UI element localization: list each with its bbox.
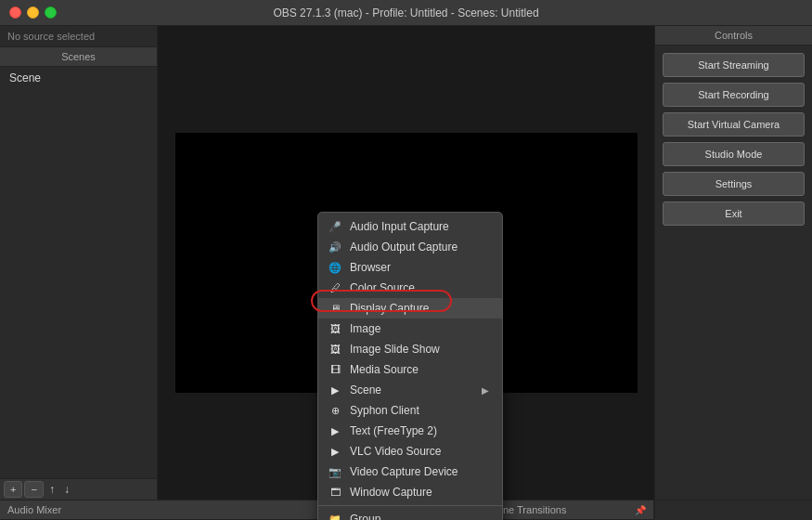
- ctx-text-freetype[interactable]: ▶ Text (FreeType 2): [318, 421, 502, 441]
- scene-item-label: Scene: [9, 72, 41, 84]
- move-scene-down-button[interactable]: ↓: [60, 481, 73, 498]
- scenes-header: Scenes: [0, 47, 157, 67]
- vlc-icon: ▶: [328, 446, 342, 458]
- traffic-lights: [9, 6, 57, 19]
- context-menu: 🎤 Audio Input Capture 🔊 Audio Output Cap…: [317, 212, 503, 520]
- image-icon: 🖼: [328, 323, 342, 334]
- studio-mode-button[interactable]: Studio Mode: [663, 142, 805, 166]
- ctx-media-source[interactable]: 🎞 Media Source: [318, 359, 502, 380]
- main-layout: No source selected Scenes Scene + − ↑ ↓ …: [0, 26, 812, 500]
- ctx-scene[interactable]: ▶ Scene ▶: [318, 380, 502, 400]
- ctx-image[interactable]: 🖼 Image: [318, 318, 502, 339]
- ctx-group-label: Group: [350, 513, 489, 520]
- ctx-audio-output-label: Audio Output Capture: [350, 240, 489, 254]
- ctx-media-source-label: Media Source: [350, 363, 489, 376]
- ctx-browser-label: Browser: [350, 261, 489, 274]
- folder-icon: 📁: [328, 514, 342, 521]
- start-virtual-camera-button[interactable]: Start Virtual Camera: [663, 112, 805, 136]
- title-bar: OBS 27.1.3 (mac) - Profile: Untitled - S…: [0, 0, 812, 26]
- ctx-image-slideshow-label: Image Slide Show: [350, 343, 489, 356]
- controls-spacer: [654, 500, 812, 520]
- move-scene-up-button[interactable]: ↑: [45, 481, 58, 498]
- ctx-syphon[interactable]: ⊕ Syphon Client: [318, 400, 502, 421]
- microphone-icon: 🎤: [328, 221, 342, 233]
- scene-icon: ▶: [328, 384, 342, 396]
- minimize-button[interactable]: [27, 6, 39, 19]
- ctx-audio-input-label: Audio Input Capture: [350, 220, 489, 233]
- ctx-syphon-label: Syphon Client: [350, 404, 489, 417]
- media-icon: 🎞: [328, 364, 342, 375]
- remove-scene-button[interactable]: −: [24, 481, 43, 498]
- scenes-toolbar: + − ↑ ↓: [0, 478, 157, 500]
- ctx-vlc-label: VLC Video Source: [350, 445, 489, 458]
- ctx-group[interactable]: 📁 Group: [318, 509, 502, 520]
- window-icon: 🗔: [328, 487, 342, 498]
- no-source-label: No source selected: [0, 26, 157, 47]
- list-item[interactable]: Scene: [0, 67, 157, 89]
- scene-transitions-header: Scene Transitions 📌: [478, 500, 653, 520]
- left-panel: No source selected Scenes Scene + − ↑ ↓: [0, 26, 158, 500]
- monitor-icon: 🖥: [328, 303, 342, 314]
- ctx-color-source[interactable]: 🖊 Color Source: [318, 278, 502, 298]
- start-recording-button[interactable]: Start Recording: [663, 83, 805, 107]
- add-scene-button[interactable]: +: [4, 481, 22, 498]
- ctx-audio-output[interactable]: 🔊 Audio Output Capture: [318, 237, 502, 257]
- close-button[interactable]: [9, 6, 21, 19]
- preview-area: 🎤 Audio Input Capture 🔊 Audio Output Cap…: [158, 26, 654, 500]
- exit-button[interactable]: Exit: [663, 202, 805, 226]
- scene-transitions: Scene Transitions 📌 Fade ⚙ Duration ▲ ▼: [478, 500, 654, 520]
- ctx-browser[interactable]: 🌐 Browser: [318, 257, 502, 278]
- settings-button[interactable]: Settings: [663, 172, 805, 196]
- slideshow-icon: 🖼: [328, 344, 342, 355]
- maximize-button[interactable]: [45, 6, 57, 19]
- ctx-text-freetype-label: Text (FreeType 2): [350, 424, 489, 437]
- speaker-icon: 🔊: [328, 241, 342, 254]
- camera-icon: 📷: [328, 466, 342, 478]
- ctx-display-capture[interactable]: 🖥 Display Capture: [318, 298, 502, 318]
- globe-icon: 🌐: [328, 262, 342, 274]
- start-streaming-button[interactable]: Start Streaming: [663, 53, 805, 77]
- ctx-scene-arrow: ▶: [482, 385, 489, 396]
- controls-body: Start Streaming Start Recording Start Vi…: [655, 46, 812, 500]
- ctx-display-capture-label: Display Capture: [350, 302, 489, 315]
- ctx-divider: [318, 505, 502, 506]
- ctx-color-source-label: Color Source: [350, 281, 489, 294]
- ctx-window-capture-label: Window Capture: [350, 486, 489, 499]
- window-title: OBS 27.1.3 (mac) - Profile: Untitled - S…: [273, 6, 538, 20]
- scene-list[interactable]: Scene: [0, 67, 157, 478]
- ctx-audio-input[interactable]: 🎤 Audio Input Capture: [318, 216, 502, 237]
- ctx-video-capture[interactable]: 📷 Video Capture Device: [318, 462, 502, 482]
- color-icon: 🖊: [328, 282, 342, 293]
- syphon-icon: ⊕: [328, 405, 342, 417]
- ctx-scene-label: Scene: [350, 384, 470, 396]
- audio-mixer-title: Audio Mixer: [7, 504, 61, 515]
- ctx-image-slideshow[interactable]: 🖼 Image Slide Show: [318, 339, 502, 359]
- ctx-window-capture[interactable]: 🗔 Window Capture: [318, 482, 502, 502]
- ctx-image-label: Image: [350, 322, 489, 335]
- text-icon: ▶: [328, 425, 342, 437]
- ctx-video-capture-label: Video Capture Device: [350, 465, 489, 478]
- ctx-vlc-source[interactable]: ▶ VLC Video Source: [318, 441, 502, 462]
- right-panel: Controls Start Streaming Start Recording…: [654, 26, 812, 500]
- controls-header: Controls: [655, 26, 812, 46]
- scene-transitions-pin-icon[interactable]: 📌: [635, 505, 646, 515]
